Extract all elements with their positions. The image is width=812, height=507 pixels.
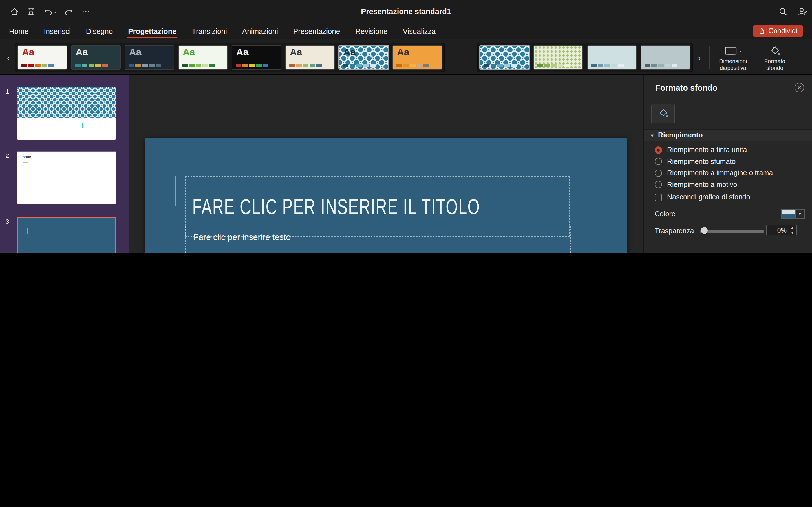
panel-title: Formato sfondo — [655, 83, 718, 93]
format-background-label-line1: Formato — [764, 58, 785, 65]
slide-thumbnail-item: 3 — [0, 217, 129, 253]
home-icon[interactable] — [8, 5, 20, 17]
share-icon — [758, 27, 765, 34]
transparency-slider-track[interactable] — [700, 230, 764, 232]
fill-option-label: Riempimento sfumato — [667, 158, 735, 165]
variant-thumbnail-1[interactable] — [480, 45, 529, 70]
theme-gallery: AaAaAaAaAaAaAaAa — [15, 43, 445, 72]
variant-thumbnail-4[interactable] — [641, 45, 690, 70]
tab-animazioni[interactable]: Animazioni — [242, 22, 278, 40]
variant-thumbnail-3[interactable] — [587, 45, 637, 70]
radio-selected-icon[interactable] — [655, 146, 662, 154]
tab-inserisci[interactable]: Inserisci — [44, 22, 70, 40]
tab-progettazione[interactable]: Progettazione — [128, 22, 176, 40]
content-placeholder[interactable]: Fare clic per inserire testo — [185, 226, 571, 253]
hide-background-label: Nascondi grafica di sfondo — [667, 193, 750, 201]
tab-transizioni[interactable]: Transizioni — [192, 22, 227, 40]
text-cursor — [27, 228, 28, 234]
slide-number: 3 — [6, 218, 9, 225]
account-icon[interactable] — [795, 5, 810, 17]
fill-option-label: Riempimento a immagine o trama — [667, 169, 773, 177]
fill-section-label: Riempimento — [658, 131, 703, 139]
share-label: Condividi — [768, 27, 797, 35]
tab-revisione[interactable]: Revisione — [355, 22, 388, 40]
transparency-stepper[interactable]: ▲▼ — [788, 225, 796, 235]
variant-color-strip — [538, 64, 570, 67]
dropdown-chevron-icon: ⌄ — [739, 48, 742, 53]
theme-color-strip — [343, 64, 375, 67]
theme-color-strip — [236, 64, 268, 67]
variant-color-strip — [591, 64, 624, 67]
theme-color-strip — [289, 64, 322, 67]
theme-thumbnail-4[interactable]: Aa — [178, 45, 228, 70]
gallery-next-icon[interactable]: › — [695, 52, 704, 63]
theme-thumbnail-6[interactable]: Aa — [285, 45, 335, 70]
transparency-slider-thumb[interactable] — [701, 227, 708, 234]
slide-number: 2 — [6, 152, 9, 159]
redo-icon[interactable] — [62, 5, 74, 17]
tab-home[interactable]: Home — [9, 22, 29, 40]
slide-thumb-pattern — [17, 87, 116, 118]
close-panel-icon[interactable]: ✕ — [795, 83, 804, 93]
slide-size-icon: ⌄ — [724, 43, 742, 58]
theme-color-strip — [182, 64, 215, 67]
fill-option-riempimento-a-motivo[interactable]: Riempimento a motivo — [655, 180, 773, 188]
format-background-button[interactable]: Formato sfondo — [756, 43, 794, 71]
content-placeholder-text: Fare clic per inserire testo — [193, 232, 291, 242]
hide-background-option[interactable]: Nascondi grafica di sfondo — [655, 193, 750, 201]
variant-gallery — [477, 43, 693, 72]
slide-number: 1 — [6, 88, 9, 95]
theme-aa-label: Aa — [129, 47, 141, 58]
color-label: Colore — [655, 210, 675, 218]
powerpoint-window: ⌄ ⋯ Presentazione standard1 HomeInserisc… — [0, 0, 812, 253]
variant-thumbnail-2[interactable] — [534, 45, 583, 70]
tab-disegno[interactable]: Disegno — [86, 22, 113, 40]
tab-visualizza[interactable]: Visualizza — [403, 22, 436, 40]
fill-option-riempimento-a-tinta-unita[interactable]: Riempimento a tinta unita — [655, 146, 773, 154]
radio-icon[interactable] — [655, 169, 662, 177]
share-button[interactable]: Condividi — [753, 25, 803, 37]
radio-icon[interactable] — [655, 181, 662, 188]
ribbon-tab-bar: HomeInserisciDisegnoProgettazioneTransiz… — [0, 22, 812, 40]
slide-size-label-line1: Dimensioni — [719, 58, 747, 65]
radio-icon[interactable] — [655, 158, 662, 165]
fill-option-riempimento-a-immagine-o-trama[interactable]: Riempimento a immagine o trama — [655, 169, 773, 177]
search-icon[interactable] — [776, 5, 790, 17]
theme-color-strip — [75, 64, 108, 67]
color-dropdown-chevron-icon[interactable]: ▼ — [796, 209, 805, 219]
slide-thumbnail-2[interactable]: DDDD — [17, 151, 116, 205]
title-bar: ⌄ ⋯ Presentazione standard1 — [0, 0, 812, 22]
title-placeholder-text: FARE CLIC PER INSERIRE IL TITOLO — [192, 194, 480, 219]
slide-thumbnail-panel: 12DDDD3 — [0, 75, 129, 253]
color-swatch-button[interactable] — [781, 209, 796, 219]
theme-thumbnail-7[interactable]: Aa — [339, 45, 389, 70]
fill-section-header[interactable]: ▾ Riempimento — [644, 129, 812, 142]
save-icon[interactable] — [25, 5, 37, 17]
theme-thumbnail-1[interactable]: Aa — [17, 45, 67, 70]
theme-aa-label: Aa — [75, 47, 88, 58]
theme-color-strip — [21, 64, 54, 67]
slide-thumbnail-item: 2DDDD — [0, 151, 129, 207]
fill-option-label: Riempimento a tinta unita — [667, 146, 747, 154]
text-cursor — [82, 123, 83, 128]
theme-aa-label: Aa — [236, 47, 248, 58]
more-options-icon[interactable]: ⋯ — [80, 5, 93, 17]
theme-aa-label: Aa — [183, 47, 195, 58]
hide-background-checkbox[interactable] — [655, 193, 662, 201]
theme-thumbnail-5[interactable]: Aa — [232, 45, 282, 70]
slide-thumbnail-1[interactable] — [17, 87, 116, 140]
slide-thumbnail-item: 1 — [0, 87, 129, 143]
slide-size-button[interactable]: ⌄ Dimensioni diapositiva — [714, 43, 752, 71]
variant-color-strip — [484, 64, 516, 67]
theme-aa-label: Aa — [22, 47, 34, 58]
tab-presentazione[interactable]: Presentazione — [293, 22, 340, 40]
slide-thumbnail-3[interactable] — [17, 217, 116, 253]
theme-aa-label: Aa — [343, 47, 356, 58]
gallery-previous-icon[interactable]: ‹ — [4, 52, 13, 63]
theme-thumbnail-3[interactable]: Aa — [124, 45, 174, 70]
theme-thumbnail-8[interactable]: Aa — [393, 45, 442, 70]
theme-thumbnail-2[interactable]: Aa — [71, 45, 121, 70]
fill-tab[interactable] — [651, 104, 675, 123]
fill-option-riempimento-sfumato[interactable]: Riempimento sfumato — [655, 158, 773, 165]
undo-dropdown-chevron-icon[interactable]: ⌄ — [52, 5, 58, 17]
